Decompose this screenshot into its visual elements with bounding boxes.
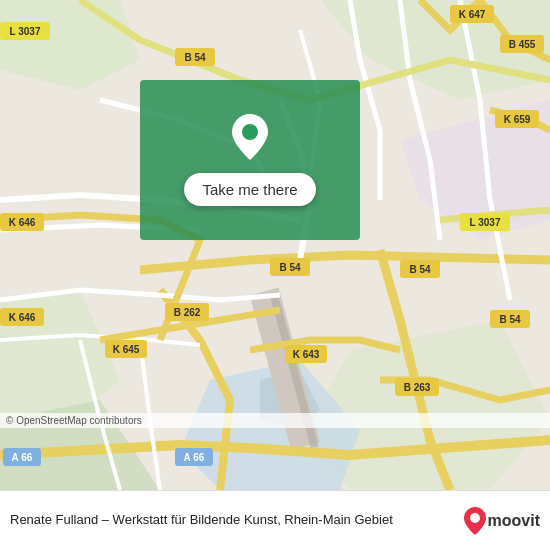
- svg-text:K 646: K 646: [9, 312, 36, 323]
- copyright-text: © OpenStreetMap contributors: [6, 415, 142, 426]
- moovit-logo: moovit: [464, 507, 540, 535]
- svg-text:A 66: A 66: [184, 452, 205, 463]
- svg-text:K 645: K 645: [113, 344, 140, 355]
- map-container: K 647 B 455 L 3037 B 54 L 3037 K 659 K 6…: [0, 0, 550, 490]
- svg-text:K 646: K 646: [9, 217, 36, 228]
- svg-point-45: [242, 124, 258, 140]
- moovit-text: moovit: [488, 512, 540, 530]
- svg-text:A 66: A 66: [12, 452, 33, 463]
- take-me-there-button[interactable]: Take me there: [184, 173, 315, 206]
- svg-text:B 54: B 54: [409, 264, 431, 275]
- svg-text:K 643: K 643: [293, 349, 320, 360]
- svg-text:K 647: K 647: [459, 9, 486, 20]
- location-pin: [232, 115, 268, 159]
- svg-text:B 54: B 54: [279, 262, 301, 273]
- location-overlay: Take me there: [140, 80, 360, 240]
- svg-text:L 3037: L 3037: [10, 26, 41, 37]
- svg-text:B 263: B 263: [404, 382, 431, 393]
- svg-text:B 262: B 262: [174, 307, 201, 318]
- copyright-bar: © OpenStreetMap contributors: [0, 413, 550, 428]
- moovit-pin-icon: [464, 507, 486, 535]
- bottom-bar: Renate Fulland – Werkstatt für Bildende …: [0, 490, 550, 550]
- svg-text:B 54: B 54: [184, 52, 206, 63]
- svg-text:B 455: B 455: [509, 39, 536, 50]
- svg-text:K 659: K 659: [504, 114, 531, 125]
- place-name: Renate Fulland – Werkstatt für Bildende …: [10, 512, 456, 529]
- svg-text:L 3037: L 3037: [470, 217, 501, 228]
- svg-point-46: [470, 513, 480, 523]
- svg-text:B 54: B 54: [499, 314, 521, 325]
